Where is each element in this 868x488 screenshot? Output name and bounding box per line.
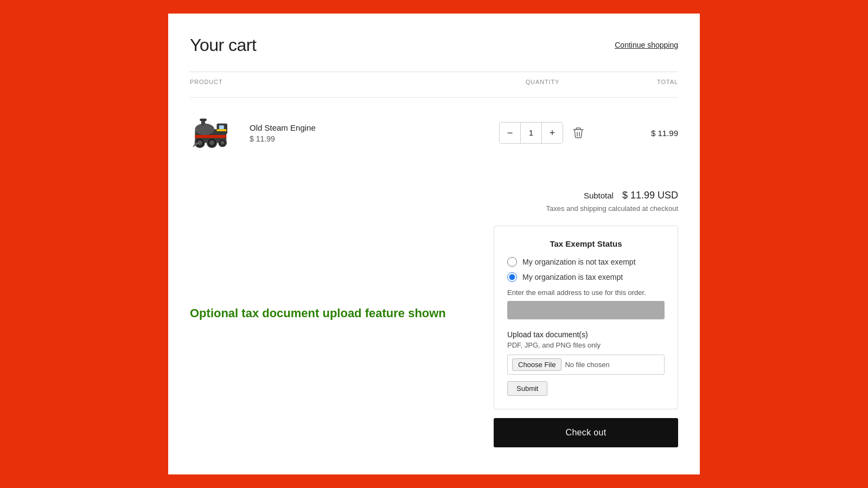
cart-container: Your cart Continue shopping PRODUCT QUAN…	[168, 14, 700, 474]
optional-feature-label: Optional tax document upload feature sho…	[190, 306, 446, 320]
delete-item-button[interactable]	[571, 125, 586, 141]
table-header: PRODUCT QUANTITY TOTAL	[190, 72, 678, 92]
line-total: $ 11.99	[597, 129, 678, 138]
svg-point-11	[221, 141, 225, 145]
upload-section: Upload tax document(s) PDF, JPG, and PNG…	[507, 330, 665, 396]
tax-exempt-title: Tax Exempt Status	[507, 239, 665, 248]
svg-rect-13	[216, 129, 226, 131]
product-price: $ 11.99	[250, 134, 316, 143]
choose-file-button[interactable]: Choose File	[512, 358, 561, 371]
email-note: Enter the email address to use for this …	[507, 288, 665, 297]
not-exempt-label: My organization is not tax exempt	[522, 258, 636, 266]
table-row: Old Steam Engine $ 11.99 − 1 + $ 11.99	[190, 97, 678, 168]
tax-note: Taxes and shipping calculated at checkou…	[546, 204, 678, 213]
file-input-row: Choose File No file chosen	[507, 355, 665, 375]
increase-quantity-button[interactable]: +	[542, 123, 563, 143]
not-exempt-option[interactable]: My organization is not tax exempt	[507, 257, 665, 267]
quantity-stepper[interactable]: − 1 +	[499, 122, 563, 144]
quantity-column-header: QUANTITY	[488, 79, 597, 85]
continue-shopping-link[interactable]: Continue shopping	[615, 41, 678, 49]
email-field[interactable]	[507, 301, 665, 319]
svg-rect-12	[195, 135, 226, 138]
svg-point-9	[209, 140, 214, 145]
decrease-quantity-button[interactable]: −	[500, 123, 520, 143]
product-details: Old Steam Engine $ 11.99	[250, 123, 316, 143]
product-image	[190, 108, 239, 157]
not-exempt-radio[interactable]	[507, 257, 517, 267]
total-column-header: TOTAL	[597, 79, 678, 85]
submit-button[interactable]: Submit	[507, 381, 547, 396]
cart-header: Your cart Continue shopping	[190, 35, 678, 55]
checkout-button[interactable]: Check out	[494, 418, 678, 447]
product-info: Old Steam Engine $ 11.99	[190, 108, 488, 157]
exempt-radio[interactable]	[507, 272, 517, 282]
exempt-option[interactable]: My organization is tax exempt	[507, 272, 665, 282]
exempt-label: My organization is tax exempt	[522, 273, 623, 281]
svg-rect-4	[200, 119, 206, 121]
product-column-header: PRODUCT	[190, 79, 488, 85]
subtotal-label: Subtotal	[584, 191, 614, 200]
quantity-value: 1	[520, 123, 542, 143]
subtotal-amount: $ 11.99 USD	[622, 190, 678, 201]
upload-subtitle: PDF, JPG, and PNG files only	[507, 341, 665, 349]
no-file-text: No file chosen	[565, 361, 609, 369]
quantity-control: − 1 +	[488, 122, 597, 144]
upload-title: Upload tax document(s)	[507, 330, 665, 339]
tax-exempt-box: Tax Exempt Status My organization is not…	[494, 226, 678, 409]
svg-rect-5	[219, 125, 224, 129]
page-title: Your cart	[190, 35, 256, 55]
subtotal-row: Subtotal $ 11.99 USD	[584, 190, 678, 201]
product-name: Old Steam Engine	[250, 123, 316, 132]
trash-icon	[573, 127, 584, 139]
